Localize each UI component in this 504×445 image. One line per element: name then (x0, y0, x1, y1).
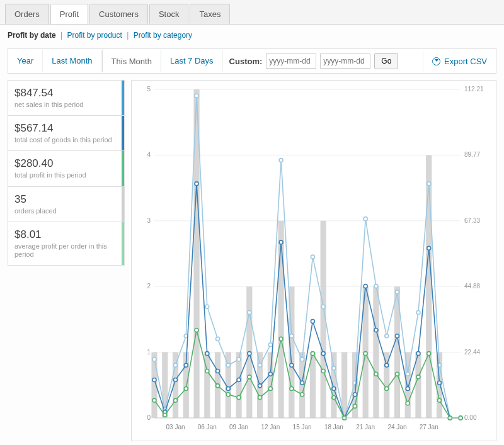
summary-card[interactable]: $280.40total profit in this period (8, 151, 125, 186)
data-point (301, 393, 304, 397)
bar (373, 286, 379, 418)
card-stripe (122, 222, 124, 265)
data-point (268, 372, 272, 376)
card-label: orders placed (14, 207, 118, 215)
svg-text:22.44: 22.44 (464, 349, 480, 356)
range-year[interactable]: Year (8, 50, 43, 72)
card-label: total cost of goods in this period (14, 136, 118, 144)
bar (426, 155, 432, 418)
custom-range: Custom: Go (223, 49, 405, 73)
chart-container: 00.00122.44244.88367.33489.775112.2103 J… (131, 80, 496, 441)
card-value: 35 (14, 193, 118, 206)
tab-orders[interactable]: Orders (5, 4, 49, 24)
profit-chart: 00.00122.44244.88367.33489.775112.2103 J… (137, 83, 490, 436)
summary-card[interactable]: 35orders placed (8, 187, 125, 222)
data-point (237, 378, 241, 382)
go-button[interactable]: Go (374, 53, 398, 69)
data-point (195, 182, 198, 186)
card-value: $847.54 (14, 87, 118, 99)
data-point (406, 386, 410, 390)
card-value: $567.14 (14, 122, 118, 135)
svg-text:0.00: 0.00 (464, 414, 477, 421)
data-point (332, 386, 336, 390)
summary-card[interactable]: $8.01average profit per order in this pe… (8, 222, 125, 266)
tab-profit[interactable]: Profit (50, 4, 88, 24)
range-this-month[interactable]: This Month (102, 49, 161, 72)
data-point (279, 159, 283, 162)
data-point (258, 395, 262, 399)
bar (415, 352, 421, 418)
date-from-input[interactable] (266, 54, 316, 69)
svg-text:03 Jan: 03 Jan (166, 424, 185, 431)
data-point (321, 352, 325, 356)
svg-text:18 Jan: 18 Jan (324, 424, 343, 431)
data-point (321, 369, 325, 373)
svg-text:24 Jan: 24 Jan (387, 424, 406, 431)
data-point (248, 375, 251, 379)
card-stripe (122, 81, 124, 115)
profit-subnav: Profit by date | Profit by product | Pro… (0, 25, 504, 46)
data-point (184, 363, 188, 367)
card-stripe (122, 116, 124, 150)
range-last-month[interactable]: Last Month (43, 50, 101, 72)
data-point (406, 402, 410, 405)
data-point (311, 255, 314, 259)
report-tabs: OrdersProfitCustomersStockTaxes (0, 0, 504, 25)
svg-text:3: 3 (147, 217, 151, 224)
tab-stock[interactable]: Stock (149, 4, 189, 24)
data-point (427, 182, 431, 186)
data-point (395, 334, 399, 338)
card-label: net sales in this period (14, 101, 118, 109)
data-point (258, 363, 262, 367)
summary-card[interactable]: $567.14total cost of goods in this perio… (8, 116, 125, 151)
data-point (152, 378, 156, 382)
data-point (353, 404, 357, 408)
data-point (195, 328, 198, 332)
data-point (248, 352, 251, 356)
svg-text:67.33: 67.33 (464, 217, 480, 224)
data-point (268, 386, 272, 390)
custom-label: Custom: (229, 57, 263, 66)
data-point (226, 393, 230, 397)
bar (268, 352, 273, 418)
date-to-input[interactable] (320, 54, 370, 69)
subnav-link-product[interactable]: Profit by product (67, 31, 122, 40)
data-point (427, 246, 431, 250)
export-csv-button[interactable]: Export CSV (423, 50, 496, 72)
data-point (268, 343, 272, 347)
data-point (279, 240, 283, 244)
data-point (195, 94, 198, 98)
svg-text:27 Jan: 27 Jan (420, 424, 438, 431)
card-stripe (122, 151, 124, 186)
series-net-sales (154, 96, 461, 418)
summary-card[interactable]: $847.54net sales in this period (8, 80, 125, 116)
data-point (416, 375, 420, 379)
tab-taxes[interactable]: Taxes (190, 4, 230, 24)
data-point (364, 284, 367, 288)
data-point (174, 363, 178, 367)
data-point (174, 398, 178, 402)
svg-text:12 Jan: 12 Jan (261, 424, 280, 431)
data-point (416, 352, 420, 356)
data-point (152, 398, 156, 402)
subnav-link-category[interactable]: Profit by category (134, 31, 192, 40)
svg-text:4: 4 (147, 151, 151, 158)
data-point (416, 311, 420, 315)
data-point (226, 363, 230, 367)
data-point (374, 284, 378, 288)
data-point (332, 366, 336, 370)
date-range-bar: YearLast MonthThis MonthLast 7 Days Cust… (8, 48, 496, 74)
card-value: $8.01 (14, 228, 118, 241)
svg-text:112.21: 112.21 (464, 86, 484, 93)
data-point (258, 384, 262, 388)
data-point (248, 311, 251, 315)
data-point (385, 386, 389, 390)
data-point (374, 328, 378, 332)
series-profit (154, 330, 461, 418)
data-point (237, 395, 241, 399)
data-point (364, 352, 367, 356)
bar (236, 352, 241, 418)
range-last-7-days[interactable]: Last 7 Days (161, 50, 223, 72)
tab-customers[interactable]: Customers (89, 4, 148, 24)
svg-text:0: 0 (147, 414, 151, 421)
